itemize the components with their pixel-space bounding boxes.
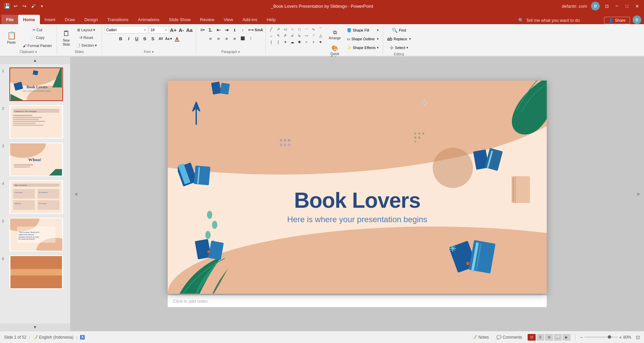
tab-slide-show[interactable]: Slide Show bbox=[164, 15, 195, 24]
slide-item-5[interactable]: 5 "This is a quote. Words full of wisdom… bbox=[1, 217, 69, 252]
cut-button[interactable]: ✂ Cut bbox=[21, 27, 54, 34]
maximize-icon[interactable]: □ bbox=[624, 3, 630, 9]
paste-button[interactable]: 📋 Paste bbox=[3, 28, 20, 48]
align-left-btn[interactable]: ≡ bbox=[207, 35, 214, 42]
tab-home[interactable]: Home bbox=[18, 15, 40, 24]
save-icon[interactable]: 💾 bbox=[4, 3, 10, 9]
close-icon[interactable]: ✕ bbox=[634, 3, 640, 9]
minimize-icon[interactable]: − bbox=[614, 3, 620, 9]
zoom-in-btn[interactable]: + bbox=[619, 335, 622, 340]
plus-shape[interactable]: + bbox=[311, 39, 317, 45]
tab-draw[interactable]: Draw bbox=[60, 15, 79, 24]
rect2-shape[interactable]: □ bbox=[297, 26, 303, 32]
fit-to-window-btn[interactable]: ⊡ bbox=[636, 335, 640, 340]
justify-btn[interactable]: ≡ bbox=[231, 35, 238, 42]
copy-button[interactable]: 📄 Copy bbox=[21, 34, 54, 42]
line-spacing-btn[interactable]: ↕ bbox=[239, 26, 247, 34]
replace-btn[interactable]: ab Replace ▾ bbox=[386, 35, 412, 43]
avatar[interactable]: D bbox=[591, 2, 600, 10]
bend7-shape[interactable]: ⤻ bbox=[304, 33, 310, 39]
increase-indent-btn[interactable]: ⇥ bbox=[223, 26, 230, 34]
slide-sorter-btn[interactable]: ⊞ bbox=[545, 334, 553, 341]
slide-item-6[interactable]: 6 bbox=[1, 255, 69, 290]
text-shadow2-btn[interactable]: 🅰 bbox=[239, 35, 247, 42]
tab-animations[interactable]: Animations bbox=[133, 15, 164, 24]
undo-icon[interactable]: ↩ bbox=[13, 3, 19, 9]
bend2-shape[interactable]: ⌣ bbox=[268, 33, 274, 39]
tab-design[interactable]: Design bbox=[79, 15, 102, 24]
convert-to-smartart-btn[interactable]: ⋮ bbox=[247, 35, 255, 42]
tri-shape[interactable]: △ bbox=[318, 33, 324, 39]
reading-view-btn[interactable]: 📖 bbox=[554, 334, 562, 341]
heart-shape[interactable]: ♥ bbox=[318, 39, 324, 45]
outline-view-btn[interactable]: ☰ bbox=[536, 334, 544, 341]
arrange-button[interactable]: ⧉ Arrange bbox=[326, 26, 344, 43]
arrow-shape[interactable]: ↗ bbox=[275, 26, 281, 32]
underline-btn[interactable]: U bbox=[133, 35, 141, 42]
numbering-btn[interactable]: 1. bbox=[207, 26, 214, 34]
rect-shape[interactable]: ▭ bbox=[282, 26, 288, 32]
reset-button[interactable]: ↺ Reset bbox=[74, 34, 99, 42]
smartart-btn[interactable]: SmA bbox=[255, 26, 263, 34]
share-button[interactable]: 👤 Share bbox=[604, 17, 630, 24]
slide-item-2[interactable]: 2 Contents of This Template bbox=[1, 104, 69, 139]
canvas-scroll-right[interactable]: ► bbox=[636, 191, 641, 197]
cloud-shape[interactable]: ☁ bbox=[289, 39, 296, 45]
slide-scroll-down[interactable]: ▼ bbox=[0, 324, 70, 331]
zoom-slider[interactable] bbox=[584, 337, 618, 338]
quick-access-dropdown-icon[interactable]: ▼ bbox=[39, 3, 45, 9]
redo-icon[interactable]: ↪ bbox=[21, 3, 28, 9]
tab-avatar[interactable]: D bbox=[633, 15, 641, 24]
shape-outline-btn[interactable]: ▭ Shape Outline ▾ bbox=[345, 35, 380, 43]
bend-shape[interactable]: ⌒ bbox=[318, 26, 324, 32]
star-shape[interactable]: ✦ bbox=[282, 39, 288, 45]
slideshow-btn[interactable]: ▶ bbox=[562, 334, 571, 341]
canvas-scroll-left[interactable]: ◄ bbox=[73, 191, 78, 197]
brace-shape[interactable]: { bbox=[268, 39, 274, 45]
circle-shape[interactable]: ○ bbox=[289, 26, 296, 32]
notes-placeholder[interactable]: Click to add notes bbox=[173, 299, 208, 304]
zoom-out-btn[interactable]: − bbox=[580, 335, 583, 340]
font-increase-btn[interactable]: A+ bbox=[170, 26, 177, 34]
shape-fill-btn[interactable]: 🪣 Shape Fill ▾ bbox=[345, 26, 380, 34]
strikethrough-btn[interactable]: S bbox=[141, 35, 149, 42]
layout-button[interactable]: ⊞ Layout ▾ bbox=[74, 27, 99, 34]
charspace-btn[interactable]: AV bbox=[157, 35, 165, 42]
bend3-shape[interactable]: ↰ bbox=[275, 33, 281, 39]
find-btn[interactable]: 🔍 Find bbox=[390, 26, 407, 34]
normal-view-btn[interactable]: ⊡ bbox=[528, 334, 536, 341]
select-btn[interactable]: ⊹ Select ▾ bbox=[388, 44, 410, 52]
font-expand[interactable]: ▾ bbox=[152, 50, 154, 54]
slide-subtitle[interactable]: Here is where your presentation begins bbox=[287, 215, 427, 224]
clear-format-btn[interactable]: Aa bbox=[186, 26, 193, 34]
paragraph-expand[interactable]: ▾ bbox=[238, 50, 240, 54]
zoom-level[interactable]: 80% bbox=[623, 335, 631, 340]
shadow-btn[interactable]: S bbox=[149, 35, 157, 42]
sun-shape[interactable]: ✱ bbox=[297, 39, 303, 45]
text-dir-btn[interactable]: ⟷ bbox=[247, 26, 255, 34]
bend4-shape[interactable]: ↱ bbox=[282, 33, 288, 39]
decrease-indent-btn[interactable]: ⇤ bbox=[215, 26, 222, 34]
col-btn[interactable]: ⫿ bbox=[231, 26, 238, 34]
accessibility-icon[interactable]: ♿ bbox=[80, 335, 85, 340]
notes-button[interactable]: 📝 Notes bbox=[470, 334, 491, 340]
slide-item-3[interactable]: 3 Whoa! bbox=[1, 142, 69, 177]
clipboard-expand[interactable]: ▾ bbox=[35, 50, 37, 54]
font-size-dropdown[interactable]: 18 ▼ bbox=[149, 26, 169, 34]
more-shapes[interactable]: ⋯ bbox=[304, 26, 310, 32]
bend5-shape[interactable]: ↲ bbox=[289, 33, 296, 39]
align-center-btn[interactable]: ≡ bbox=[215, 35, 222, 42]
slide-scroll-up[interactable]: ▲ bbox=[0, 57, 70, 64]
comments-button[interactable]: 💬 Comments bbox=[494, 334, 524, 340]
curve-shape[interactable]: ∿ bbox=[311, 26, 317, 32]
line-shape[interactable]: ╱ bbox=[268, 26, 274, 32]
tab-file[interactable]: File bbox=[1, 15, 18, 24]
wave-shape[interactable]: ≈ bbox=[304, 39, 310, 45]
format-painter-icon[interactable]: 🖌 bbox=[30, 3, 36, 9]
arc-shape[interactable]: ◜ bbox=[311, 33, 317, 39]
bold-btn[interactable]: B bbox=[117, 35, 124, 42]
search-tab[interactable]: 🔍 Tell me what you want to do bbox=[514, 16, 584, 24]
font-name-dropdown[interactable]: Calibri ▼ bbox=[105, 26, 148, 34]
tab-transitions[interactable]: Transitions bbox=[103, 15, 133, 24]
align-right-btn[interactable]: ≡ bbox=[223, 35, 230, 42]
